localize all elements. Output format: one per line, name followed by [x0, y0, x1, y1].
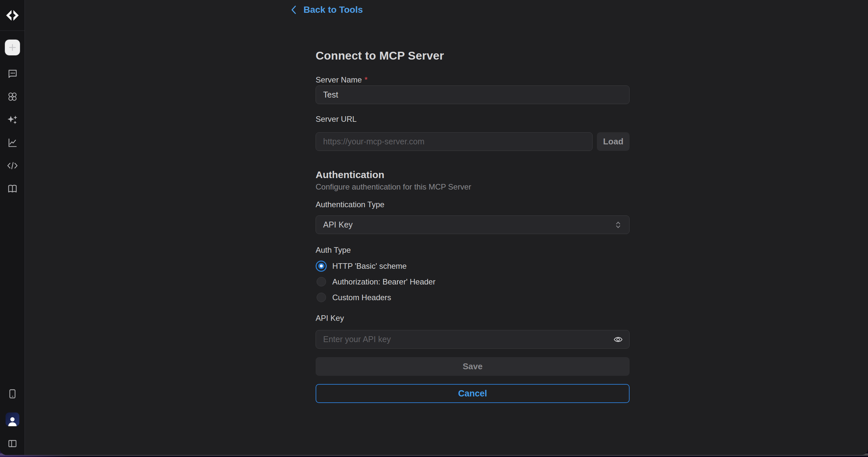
back-to-tools-link[interactable]: Back to Tools	[290, 5, 363, 15]
radio-option-bearer-header[interactable]: Authorization: Bearer' Header	[316, 276, 435, 287]
panel-toggle-button[interactable]	[7, 438, 18, 449]
app-window: Back to Tools Connect to MCP Server Serv…	[0, 0, 868, 455]
server-name-input[interactable]	[316, 85, 629, 104]
load-button[interactable]: Load	[597, 132, 629, 151]
api-key-label: API Key	[316, 314, 344, 323]
sidebar	[0, 0, 25, 455]
eye-icon	[613, 335, 623, 344]
new-chat-button[interactable]	[5, 39, 20, 56]
server-url-label: Server URL	[316, 115, 356, 124]
back-link-label: Back to Tools	[304, 5, 363, 15]
app-logo	[0, 0, 25, 31]
line-chart-icon	[6, 137, 18, 149]
radio-label: HTTP 'Basic' scheme	[332, 262, 406, 271]
auth-type-radio-group: HTTP 'Basic' scheme Authorization: Beare…	[316, 260, 435, 303]
ai-nav-button[interactable]	[6, 114, 18, 126]
docs-nav-button[interactable]	[6, 183, 18, 195]
chevron-left-icon	[290, 5, 297, 15]
radio-label: Authorization: Bearer' Header	[332, 277, 435, 286]
api-key-input[interactable]	[316, 330, 629, 349]
api-key-field	[316, 330, 629, 349]
phone-icon	[7, 388, 18, 399]
brand-logo-icon	[5, 8, 20, 23]
select-value: API Key	[323, 220, 352, 229]
apps-nav-button[interactable]	[7, 91, 18, 102]
code-nav-button[interactable]	[6, 160, 19, 172]
analytics-nav-button[interactable]	[6, 137, 18, 149]
radio-unselected-icon[interactable]	[317, 277, 326, 286]
radio-option-http-basic[interactable]: HTTP 'Basic' scheme	[316, 260, 435, 272]
authentication-type-label: Authentication Type	[316, 200, 384, 209]
account-avatar-button[interactable]	[6, 412, 19, 426]
sidebar-panel-icon	[7, 438, 18, 449]
authentication-type-select[interactable]: API Key	[316, 216, 629, 234]
radio-selected-icon[interactable]	[316, 261, 327, 272]
authentication-heading: Authentication	[316, 169, 384, 180]
auth-type-group-label: Auth Type	[316, 246, 351, 255]
chat-nav-button[interactable]	[6, 68, 18, 80]
open-book-icon	[6, 183, 18, 195]
server-url-row: Load	[316, 132, 629, 151]
server-url-input[interactable]	[316, 132, 593, 151]
code-icon	[6, 160, 19, 172]
required-asterisk: *	[364, 75, 367, 84]
radio-option-custom-headers[interactable]: Custom Headers	[316, 292, 435, 303]
save-button[interactable]: Save	[316, 357, 629, 376]
command-grid-icon	[7, 91, 18, 102]
radio-label: Custom Headers	[332, 293, 391, 302]
screen: Back to Tools Connect to MCP Server Serv…	[0, 0, 868, 457]
sparkles-icon	[6, 114, 18, 126]
person-icon	[7, 416, 18, 426]
radio-unselected-icon[interactable]	[317, 293, 326, 302]
chat-bubble-icon	[6, 68, 18, 80]
page-title: Connect to MCP Server	[316, 49, 444, 62]
cancel-button[interactable]: Cancel	[316, 384, 629, 403]
toggle-visibility-button[interactable]	[611, 333, 625, 346]
select-chevrons-icon	[614, 221, 622, 229]
authentication-description: Configure authentication for this MCP Se…	[316, 182, 471, 192]
mobile-nav-button[interactable]	[7, 388, 18, 399]
server-name-label: Server Name*	[316, 75, 368, 84]
plus-icon	[8, 43, 17, 52]
